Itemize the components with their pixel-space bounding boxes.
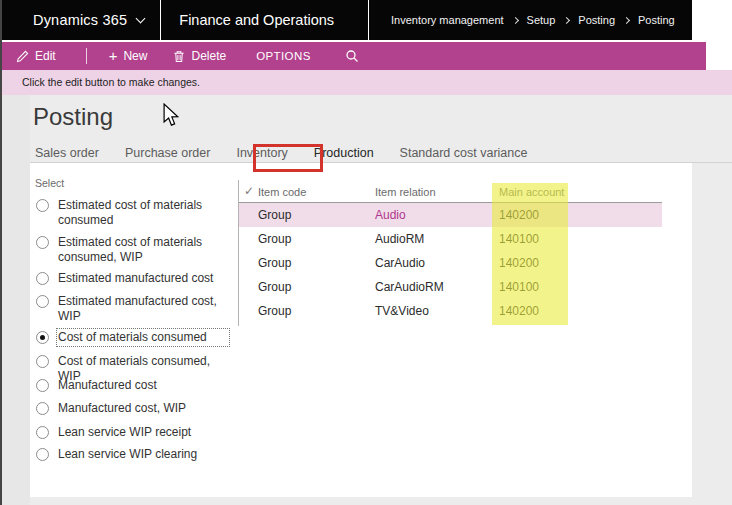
- breadcrumb-item-posting-page[interactable]: Posting: [638, 14, 675, 26]
- radio-selected-icon: [36, 331, 49, 344]
- radio-icon: [36, 402, 49, 415]
- cell-item-code: Group: [258, 275, 291, 299]
- radio-icon: [36, 236, 49, 249]
- tab-purchase-order[interactable]: Purchase order: [125, 146, 210, 164]
- breadcrumb-item-module[interactable]: Inventory management: [391, 14, 504, 26]
- left-margin: [2, 95, 30, 505]
- breadcrumb-separator-icon: [512, 16, 519, 23]
- radio-cost-of-materials-consumed[interactable]: Cost of materials consumed: [36, 330, 228, 345]
- tab-sales-order[interactable]: Sales order: [35, 146, 99, 164]
- cell-item-relation: TV&Video: [375, 299, 429, 323]
- radio-estimated-manufactured-cost-wip[interactable]: Estimated manufactured cost, WIP: [36, 294, 228, 323]
- edit-button[interactable]: Edit: [8, 42, 64, 70]
- search-icon[interactable]: [337, 42, 367, 70]
- radio-icon: [36, 379, 49, 392]
- breadcrumb-item-setup[interactable]: Setup: [527, 14, 556, 26]
- new-button[interactable]: + New: [101, 42, 156, 70]
- grid-body: Group Audio 140200 Group AudioRM 140100 …: [239, 203, 662, 323]
- radio-icon: [36, 355, 49, 368]
- top-navigation-bar: Dynamics 365 Finance and Operations Inve…: [2, 0, 692, 40]
- options-menu[interactable]: OPTIONS: [248, 42, 319, 70]
- column-header-main-account[interactable]: Main account: [499, 186, 564, 198]
- table-row[interactable]: Group TV&Video 140200: [239, 299, 662, 323]
- app-window: Dynamics 365 Finance and Operations Inve…: [0, 0, 732, 505]
- radio-icon: [36, 272, 49, 285]
- radio-icon: [36, 199, 49, 212]
- dynamics-365-menu[interactable]: Dynamics 365: [33, 12, 127, 28]
- cell-item-relation: AudioRM: [375, 227, 424, 251]
- delete-button[interactable]: Delete: [165, 42, 234, 70]
- radio-lean-service-wip-clearing[interactable]: Lean service WIP clearing: [36, 447, 228, 462]
- cell-main-account: 140100: [499, 227, 539, 251]
- column-header-item-code[interactable]: Item code: [258, 186, 306, 198]
- tab-standard-cost-variance[interactable]: Standard cost variance: [400, 146, 528, 164]
- radio-icon: [36, 295, 49, 308]
- pencil-icon: [16, 50, 29, 63]
- cell-main-account: 140200: [499, 299, 539, 323]
- table-row[interactable]: Group CarAudio 140200: [239, 251, 662, 275]
- page-title: Posting: [33, 103, 113, 131]
- tab-production[interactable]: Production: [314, 146, 374, 164]
- cell-item-relation: CarAudioRM: [375, 275, 444, 299]
- cell-main-account: 140200: [499, 251, 539, 275]
- topbar-divider: [160, 0, 161, 40]
- trash-icon: [173, 50, 185, 63]
- command-bar-divider: [86, 48, 87, 64]
- command-bar: Edit + New Delete OPTIONS: [2, 42, 706, 70]
- breadcrumb-separator-icon: [563, 16, 570, 23]
- radio-icon: [36, 426, 49, 439]
- cell-item-code: Group: [258, 227, 291, 251]
- cell-item-relation-link[interactable]: Audio: [375, 203, 406, 227]
- cell-main-account: 140200: [499, 203, 539, 227]
- radio-estimated-cost-materials-consumed-wip[interactable]: Estimated cost of materials consumed, WI…: [36, 235, 228, 264]
- breadcrumb-separator-icon: [623, 16, 630, 23]
- cell-main-account: 140100: [499, 275, 539, 299]
- tab-inventory[interactable]: Inventory: [236, 146, 287, 164]
- plus-icon: +: [109, 48, 118, 63]
- notification-message: Click the edit button to make changes.: [22, 76, 200, 88]
- check-all-icon[interactable]: ✓: [244, 184, 254, 198]
- table-row[interactable]: Group AudioRM 140100: [239, 227, 662, 251]
- radio-estimated-manufactured-cost[interactable]: Estimated manufactured cost: [36, 271, 228, 286]
- notification-bar: Click the edit button to make changes.: [2, 70, 732, 95]
- chevron-down-icon[interactable]: [136, 13, 146, 23]
- breadcrumb: Inventory management Setup Posting Posti…: [391, 14, 675, 26]
- product-name[interactable]: Finance and Operations: [179, 12, 334, 28]
- radio-icon: [36, 448, 49, 461]
- tab-strip: Sales order Purchase order Inventory Pro…: [35, 146, 553, 164]
- cell-item-code: Group: [258, 299, 291, 323]
- cell-item-relation: CarAudio: [375, 251, 425, 275]
- table-row[interactable]: Group Audio 140200: [239, 203, 662, 227]
- radio-estimated-cost-materials-consumed[interactable]: Estimated cost of materials consumed: [36, 198, 228, 227]
- radio-manufactured-cost-wip[interactable]: Manufactured cost, WIP: [36, 401, 228, 416]
- topbar-divider: [368, 0, 369, 40]
- select-group-label: Select: [35, 177, 64, 189]
- cell-item-code: Group: [258, 251, 291, 275]
- radio-manufactured-cost[interactable]: Manufactured cost: [36, 378, 228, 393]
- cell-item-code: Group: [258, 203, 291, 227]
- column-header-item-relation[interactable]: Item relation: [375, 186, 436, 198]
- radio-lean-service-wip-receipt[interactable]: Lean service WIP receipt: [36, 425, 228, 440]
- table-row[interactable]: Group CarAudioRM 140100: [239, 275, 662, 299]
- breadcrumb-item-posting[interactable]: Posting: [578, 14, 615, 26]
